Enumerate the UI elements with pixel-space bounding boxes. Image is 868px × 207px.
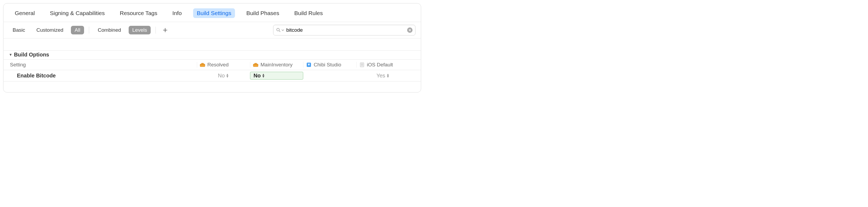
stepper-icon: ▲▼ [262, 73, 265, 78]
clear-search-button[interactable] [407, 27, 412, 33]
tab-build-phases[interactable]: Build Phases [243, 8, 283, 18]
filter-basic[interactable]: Basic [9, 26, 29, 34]
editor-tabs: General Signing & Capabilities Resource … [3, 3, 421, 22]
column-resolved: Resolved [197, 62, 250, 68]
tab-general[interactable]: General [11, 8, 39, 18]
setting-name: Enable Bitcode [9, 72, 197, 79]
column-project: Chibi Studio [303, 62, 356, 68]
column-target: MainInventory [250, 62, 303, 68]
search-icon [276, 28, 281, 32]
value-resolved-text: No [218, 72, 225, 79]
value-resolved[interactable]: No ▲▼ [197, 72, 250, 79]
filter-levels[interactable]: Levels [129, 26, 151, 34]
divider [155, 27, 156, 34]
project-icon [306, 63, 312, 67]
svg-rect-5 [255, 63, 257, 64]
svg-rect-8 [360, 63, 364, 67]
section-header: ▼ Build Options [3, 50, 421, 60]
value-default[interactable]: Yes ▲▼ [356, 72, 409, 79]
disclosure-triangle-icon[interactable]: ▼ [9, 53, 12, 57]
xcode-build-settings-pane: General Signing & Capabilities Resource … [3, 3, 421, 92]
close-icon [408, 29, 411, 31]
value-target[interactable]: No ▲▼ [250, 72, 303, 80]
column-ios-default: iOS Default [356, 62, 409, 68]
divider [89, 27, 89, 34]
filter-bar: Basic Customized All Combined Levels [3, 22, 421, 38]
section-title: Build Options [14, 52, 49, 58]
setting-row[interactable]: Enable Bitcode No ▲▼ No ▲▼ Yes ▲▼ [3, 70, 421, 82]
filter-combined[interactable]: Combined [94, 26, 125, 34]
value-project[interactable] [303, 75, 356, 76]
tab-build-rules[interactable]: Build Rules [290, 8, 327, 18]
value-target-text: No [253, 72, 261, 79]
column-project-label: Chibi Studio [314, 62, 341, 68]
tab-resource-tags[interactable]: Resource Tags [116, 8, 161, 18]
stepper-icon: ▲▼ [226, 73, 229, 78]
svg-point-0 [277, 28, 279, 31]
tab-build-settings[interactable]: Build Settings [193, 8, 235, 18]
add-setting-button[interactable] [161, 27, 170, 34]
toolbox-icon [253, 63, 258, 67]
column-resolved-label: Resolved [207, 62, 228, 68]
search-field[interactable] [273, 25, 415, 35]
column-target-label: MainInventory [260, 62, 292, 68]
toolbox-icon [200, 63, 205, 67]
search-input[interactable] [284, 26, 407, 34]
column-setting: Setting [9, 62, 197, 68]
svg-rect-2 [202, 63, 204, 64]
svg-rect-6 [253, 65, 258, 65]
filter-all[interactable]: All [71, 26, 84, 34]
column-default-label: iOS Default [367, 62, 393, 68]
column-headers: Setting Resolved MainInventory Chibi Stu… [3, 60, 421, 70]
tab-signing-capabilities[interactable]: Signing & Capabilities [46, 8, 108, 18]
settings-content: ▼ Build Options Setting Resolved MainInv… [3, 38, 421, 92]
value-default-text: Yes [376, 72, 385, 79]
plus-icon [163, 28, 167, 32]
chevron-down-icon[interactable] [281, 29, 284, 31]
filter-customized[interactable]: Customized [32, 26, 67, 34]
svg-rect-3 [200, 65, 205, 65]
stepper-icon: ▲▼ [386, 73, 390, 78]
document-icon [359, 63, 365, 67]
tab-info[interactable]: Info [169, 8, 186, 18]
